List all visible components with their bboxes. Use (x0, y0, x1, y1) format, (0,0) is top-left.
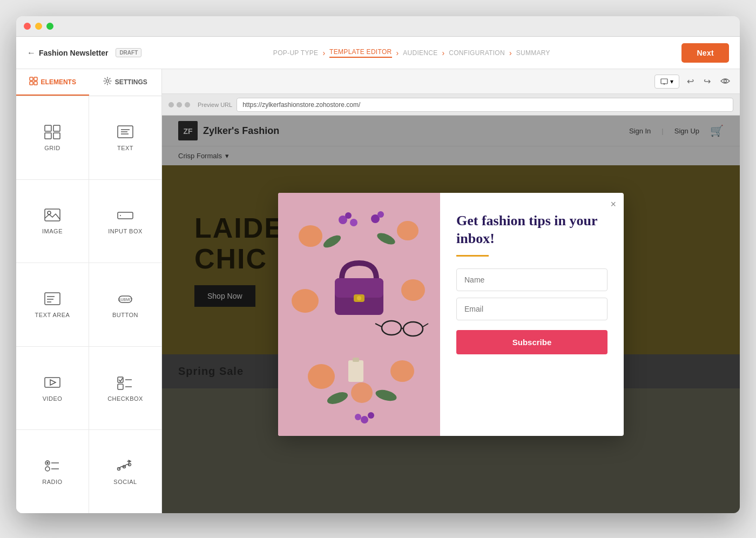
breadcrumb-sep-1: › (322, 49, 325, 57)
image-icon (44, 207, 61, 223)
breadcrumb-popup-type[interactable]: POP-UP TYPE (273, 49, 319, 57)
maximize-window-btn[interactable] (46, 23, 53, 30)
preview-url-label: Preview URL (198, 102, 232, 108)
next-button[interactable]: Next (681, 43, 729, 63)
radio-label: RADIO (42, 479, 62, 485)
text-label: TEXT (117, 145, 133, 151)
svg-rect-13 (45, 209, 60, 221)
settings-tab-icon (103, 77, 112, 87)
popup-email-input[interactable] (456, 298, 608, 320)
undo-button[interactable]: ↩ (685, 74, 696, 89)
video-icon (44, 375, 61, 390)
svg-rect-8 (53, 133, 60, 139)
svg-point-45 (292, 289, 319, 313)
svg-point-51 (345, 212, 352, 219)
svg-rect-17 (45, 293, 60, 305)
popup-name-input[interactable] (456, 268, 608, 291)
popup-divider (456, 255, 489, 257)
popup-title: Get fashion tips in your inbox! (456, 212, 608, 247)
breadcrumb-sep-3: › (442, 49, 445, 57)
svg-point-60 (357, 296, 361, 300)
breadcrumb-template-editor[interactable]: TEMPLATE EDITOR (329, 48, 392, 58)
back-button[interactable]: ← Fashion Newsletter DRAFT (27, 48, 141, 58)
input-box-icon (117, 207, 134, 223)
svg-rect-66 (348, 360, 363, 382)
svg-point-47 (308, 364, 335, 389)
breadcrumb-audience[interactable]: AUDIENCE (403, 49, 437, 57)
element-button[interactable]: SUBMIT BUTTON (89, 263, 161, 346)
svg-marker-24 (50, 380, 56, 385)
browser-chrome: Preview URL https://zylkerfashionstore.z… (162, 94, 740, 116)
tab-settings[interactable]: SETTINGS (89, 69, 162, 96)
breadcrumb: POP-UP TYPE › TEMPLATE EDITOR › AUDIENCE… (141, 48, 681, 58)
preview-toolbar: ▾ ↩ ↪ (162, 69, 740, 94)
popup-close-button[interactable]: × (610, 199, 616, 209)
svg-rect-7 (45, 133, 51, 139)
breadcrumb-sep-4: › (509, 49, 512, 57)
close-window-btn[interactable] (24, 23, 31, 30)
svg-rect-5 (45, 125, 51, 131)
video-label: VIDEO (43, 395, 63, 402)
svg-point-48 (390, 360, 414, 382)
text-area-label: TEXT AREA (35, 312, 70, 318)
preview-eye-button[interactable] (718, 75, 732, 89)
element-input-box[interactable]: INPUT BOX (89, 180, 161, 263)
element-image[interactable]: IMAGE (16, 180, 89, 263)
radio-icon (44, 458, 61, 473)
svg-point-40 (724, 79, 727, 82)
breadcrumb-sep-2: › (396, 49, 399, 57)
input-box-label: INPUT BOX (108, 228, 143, 234)
breadcrumb-configuration[interactable]: CONFIGURATION (449, 49, 505, 57)
tab-elements[interactable]: ELEMENTS (16, 69, 89, 96)
popup-overlay: × Get fashion tips in your inbox! Subscr… (162, 116, 740, 513)
fashion-image-svg (278, 193, 440, 436)
svg-point-70 (355, 414, 361, 420)
breadcrumb-summary[interactable]: SUMMARY (516, 49, 550, 57)
grid-icon (44, 124, 61, 139)
topbar: ← Fashion Newsletter DRAFT POP-UP TYPE ›… (16, 37, 740, 69)
text-area-icon (44, 291, 61, 306)
checkbox-icon (117, 375, 134, 390)
browser-dot-2 (177, 102, 182, 107)
checkbox-label: CHECKBOX (107, 395, 143, 402)
tab-settings-label: SETTINGS (115, 78, 147, 86)
element-text[interactable]: TEXT (89, 96, 161, 179)
button-icon: SUBMIT (117, 291, 134, 306)
element-text-area[interactable]: TEXT AREA (16, 263, 89, 346)
svg-point-54 (377, 211, 384, 218)
svg-rect-27 (118, 384, 123, 389)
app-title: Fashion Newsletter (39, 49, 108, 57)
svg-point-49 (351, 382, 373, 403)
browser-dot-1 (168, 102, 174, 107)
preview-panel: ▾ ↩ ↪ (162, 69, 740, 513)
popup-content: × Get fashion tips in your inbox! Subscr… (440, 193, 624, 436)
chevron-down-icon: ▾ (670, 78, 673, 85)
social-label: SOCIAL (113, 479, 137, 485)
svg-point-4 (106, 80, 109, 83)
url-bar[interactable]: https://zylkerfashionstore.zohostore.com… (237, 98, 733, 112)
minimize-window-btn[interactable] (35, 23, 42, 30)
elements-tab-icon (29, 77, 38, 87)
sidebar-tabs: ELEMENTS SETTINGS (16, 69, 161, 96)
main-window: ← Fashion Newsletter DRAFT POP-UP TYPE ›… (16, 16, 740, 513)
browser-preview: Preview URL https://zylkerfashionstore.z… (162, 94, 740, 513)
svg-point-52 (350, 219, 357, 226)
svg-rect-6 (53, 125, 60, 131)
svg-point-32 (45, 467, 50, 471)
element-video[interactable]: VIDEO (16, 347, 89, 430)
image-label: IMAGE (42, 228, 63, 234)
element-grid[interactable]: GRID (16, 96, 89, 179)
element-checkbox[interactable]: CHECKBOX (89, 347, 161, 430)
svg-point-44 (397, 221, 418, 240)
element-social[interactable]: SOCIAL (89, 430, 161, 513)
url-text: https://zylkerfashionstore.zohostore.com… (242, 101, 360, 109)
tab-elements-label: ELEMENTS (41, 78, 76, 86)
popup-image (278, 193, 440, 436)
element-radio[interactable]: RADIO (16, 430, 89, 513)
svg-point-68 (361, 416, 368, 423)
browser-dot-3 (185, 102, 190, 107)
back-arrow-icon: ← (27, 48, 36, 58)
popup-subscribe-button[interactable]: Subscribe (456, 330, 608, 354)
redo-button[interactable]: ↪ (701, 74, 713, 89)
device-selector[interactable]: ▾ (654, 75, 679, 89)
